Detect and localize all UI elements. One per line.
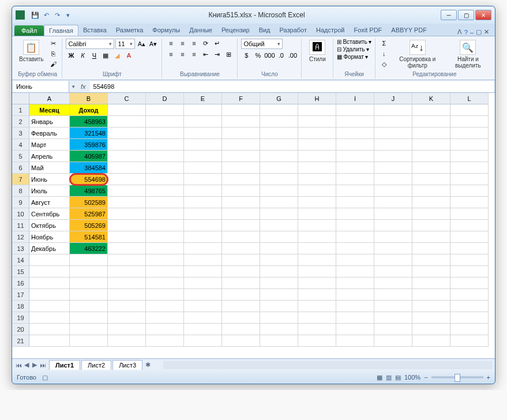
clear-icon[interactable]: ◇ (379, 59, 389, 69)
align-bottom-icon[interactable]: ≡ (189, 39, 199, 48)
cell-A4[interactable]: Март (29, 139, 70, 151)
cell-G8[interactable] (260, 185, 298, 197)
cell-H20[interactable] (298, 324, 336, 335)
cell-A15[interactable] (29, 266, 70, 278)
row-header-1[interactable]: 1 (12, 104, 29, 116)
cell-J17[interactable] (374, 289, 412, 301)
cell-J7[interactable] (374, 174, 412, 185)
row-header-21[interactable]: 21 (12, 335, 29, 347)
ribbon-tab-0[interactable]: Главная (44, 25, 78, 36)
cell-J18[interactable] (374, 301, 412, 312)
cell-J21[interactable] (374, 335, 412, 347)
sheet-nav-first-icon[interactable]: ⏮ (14, 361, 22, 369)
cell-D13[interactable] (146, 243, 184, 254)
format-painter-icon[interactable]: 🖌 (48, 59, 58, 69)
cell-F13[interactable] (222, 243, 260, 254)
cell-E18[interactable] (184, 301, 222, 312)
cell-K5[interactable] (412, 151, 450, 162)
cell-I5[interactable] (336, 151, 374, 162)
cell-D14[interactable] (146, 254, 184, 266)
cell-G2[interactable] (260, 116, 298, 127)
cell-K2[interactable] (412, 116, 450, 127)
cell-A20[interactable] (29, 324, 70, 335)
align-top-icon[interactable]: ≡ (166, 39, 176, 48)
cell-G7[interactable] (260, 174, 298, 185)
cell-A17[interactable] (29, 289, 70, 301)
cell-J10[interactable] (374, 208, 412, 220)
ribbon-tab-4[interactable]: Данные (185, 25, 217, 36)
cell-F19[interactable] (222, 312, 260, 324)
column-header-C[interactable]: C (108, 93, 146, 104)
cell-L12[interactable] (450, 231, 489, 243)
row-header-5[interactable]: 5 (12, 151, 29, 162)
cell-C12[interactable] (108, 231, 146, 243)
cell-K18[interactable] (412, 301, 450, 312)
cell-H13[interactable] (298, 243, 336, 254)
cell-L18[interactable] (450, 301, 489, 312)
cell-F21[interactable] (222, 335, 260, 347)
shrink-font-icon[interactable]: A▾ (148, 39, 158, 48)
cell-I6[interactable] (336, 162, 374, 174)
cell-L10[interactable] (450, 208, 489, 220)
cell-F20[interactable] (222, 324, 260, 335)
cell-J2[interactable] (374, 116, 412, 127)
zoom-in-icon[interactable]: + (487, 374, 490, 381)
cell-I12[interactable] (336, 231, 374, 243)
cell-K11[interactable] (412, 220, 450, 231)
cell-K15[interactable] (412, 266, 450, 278)
cell-E5[interactable] (184, 151, 222, 162)
increase-decimal-icon[interactable]: .0 (276, 51, 286, 60)
paste-button[interactable]: 📋 Вставить (17, 39, 46, 63)
cell-F16[interactable] (222, 278, 260, 289)
cell-L9[interactable] (450, 197, 489, 208)
cell-H18[interactable] (298, 301, 336, 312)
cell-K12[interactable] (412, 231, 450, 243)
row-header-13[interactable]: 13 (12, 243, 29, 254)
column-header-H[interactable]: H (298, 93, 336, 104)
bold-icon[interactable]: Ж (66, 51, 76, 60)
cell-K3[interactable] (412, 127, 450, 139)
help-icon[interactable]: ? (464, 29, 468, 36)
cell-G3[interactable] (260, 127, 298, 139)
cell-F2[interactable] (222, 116, 260, 127)
cell-F4[interactable] (222, 139, 260, 151)
cell-D5[interactable] (146, 151, 184, 162)
cell-I13[interactable] (336, 243, 374, 254)
cell-B15[interactable] (70, 266, 108, 278)
maximize-button[interactable]: ▢ (458, 10, 474, 20)
cell-C1[interactable] (108, 104, 146, 116)
cell-E10[interactable] (184, 208, 222, 220)
cell-D9[interactable] (146, 197, 184, 208)
cell-D3[interactable] (146, 127, 184, 139)
cell-F5[interactable] (222, 151, 260, 162)
cell-F18[interactable] (222, 301, 260, 312)
cell-D4[interactable] (146, 139, 184, 151)
qat-more-icon[interactable]: ▾ (63, 10, 73, 20)
cell-G21[interactable] (260, 335, 298, 347)
cell-F3[interactable] (222, 127, 260, 139)
cell-E16[interactable] (184, 278, 222, 289)
view-pagebreak-icon[interactable]: ▤ (395, 374, 401, 381)
cell-H4[interactable] (298, 139, 336, 151)
window-minimize-icon[interactable]: – (470, 29, 474, 36)
window-restore-icon[interactable]: ▢ (476, 28, 482, 36)
cell-L19[interactable] (450, 312, 489, 324)
save-icon[interactable]: 💾 (31, 10, 40, 20)
fx-icon[interactable]: fx (77, 83, 89, 90)
ribbon-tab-2[interactable]: Разметка (111, 25, 148, 36)
cell-A3[interactable]: Февраль (29, 127, 70, 139)
cell-E17[interactable] (184, 289, 222, 301)
column-header-L[interactable]: L (450, 93, 489, 104)
cell-J19[interactable] (374, 312, 412, 324)
ribbon-tab-5[interactable]: Рецензир (217, 25, 254, 36)
cell-B13[interactable]: 463222 (70, 243, 108, 254)
cell-K6[interactable] (412, 162, 450, 174)
cell-G14[interactable] (260, 254, 298, 266)
name-box[interactable]: Июнь (13, 81, 69, 92)
cell-H19[interactable] (298, 312, 336, 324)
cell-G4[interactable] (260, 139, 298, 151)
cell-B3[interactable]: 321548 (70, 127, 108, 139)
cell-B4[interactable]: 359876 (70, 139, 108, 151)
cell-A6[interactable]: Май (29, 162, 70, 174)
cell-J15[interactable] (374, 266, 412, 278)
